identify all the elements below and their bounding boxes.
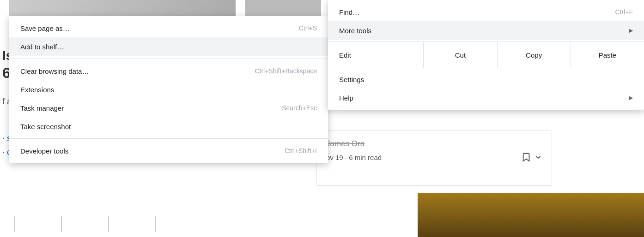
menu-item-task-manager[interactable]: Task manager Search+Esc xyxy=(9,99,328,117)
menu-label-extensions: Extensions xyxy=(20,86,54,94)
bar-line-2 xyxy=(61,216,62,232)
menu-label-save-page: Save page as… xyxy=(20,24,70,32)
menu-shortcut-find: Ctrl+F xyxy=(615,8,633,16)
menu-item-extensions[interactable]: Extensions xyxy=(9,80,328,99)
right-context-menu: Find… Ctrl+F More tools ▶ Edit Cut Copy … xyxy=(328,0,644,110)
bookmark-icon[interactable] xyxy=(521,152,531,162)
article-date: ov 19 · 6 min read xyxy=(326,154,382,161)
more-tools-arrow-icon: ▶ xyxy=(629,27,633,34)
menu-shortcut-devtools: Ctrl+Shift+I xyxy=(285,147,317,154)
menu-item-help[interactable]: Help ▶ xyxy=(328,89,644,107)
bar-line-4 xyxy=(155,216,156,232)
menu-item-clear-browsing[interactable]: Clear browsing data… Ctrl+Shift+Backspac… xyxy=(9,62,328,80)
menu-item-find[interactable]: Find… Ctrl+F xyxy=(328,3,644,21)
bar-line-3 xyxy=(108,216,109,232)
menu-label-devtools: Developer tools xyxy=(20,147,68,155)
top-image-left xyxy=(9,0,236,16)
copy-button[interactable]: Copy xyxy=(497,42,571,68)
cut-button[interactable]: Cut xyxy=(423,42,497,68)
menu-label-help: Help xyxy=(339,94,353,102)
menu-label-more-tools: More tools xyxy=(339,27,371,35)
menu-divider-1 xyxy=(9,59,328,59)
menu-shortcut-save-page: Ctrl+S xyxy=(299,24,317,32)
bottom-bars xyxy=(14,216,156,232)
article-card: James Ora ov 19 · 6 min read xyxy=(316,130,552,186)
menu-divider-2 xyxy=(9,138,328,139)
menu-label-screenshot: Take screenshot xyxy=(20,123,71,130)
menu-item-more-tools[interactable]: More tools ▶ xyxy=(328,21,644,40)
paste-button[interactable]: Paste xyxy=(571,42,644,68)
menu-item-save-page[interactable]: Save page as… Ctrl+S xyxy=(9,19,328,37)
menu-item-add-shelf[interactable]: Add to shelf… xyxy=(9,37,328,56)
help-arrow-icon: ▶ xyxy=(629,95,633,101)
menu-label-clear-browsing: Clear browsing data… xyxy=(20,67,89,75)
menu-item-devtools[interactable]: Developer tools Ctrl+Shift+I xyxy=(9,142,328,160)
menu-label-task-manager: Task manager xyxy=(20,104,64,112)
menu-label-settings: Settings xyxy=(339,76,364,83)
menu-shortcut-task-manager: Search+Esc xyxy=(282,104,317,112)
author-name: James Ora xyxy=(326,139,542,148)
menu-item-settings[interactable]: Settings xyxy=(328,70,644,89)
bar-line-1 xyxy=(14,216,15,232)
edit-label: Edit xyxy=(328,51,423,59)
menu-label-add-shelf: Add to shelf… xyxy=(20,43,64,51)
bottom-image xyxy=(418,193,644,237)
menu-shortcut-clear-browsing: Ctrl+Shift+Backspace xyxy=(255,67,317,75)
chevron-down-icon[interactable] xyxy=(534,153,542,161)
menu-item-screenshot[interactable]: Take screenshot xyxy=(9,117,328,136)
left-context-menu: Save page as… Ctrl+S Add to shelf… Clear… xyxy=(9,16,328,163)
top-image-right xyxy=(245,0,321,16)
menu-label-find: Find… xyxy=(339,8,359,16)
edit-row: Edit Cut Copy Paste xyxy=(328,41,644,68)
